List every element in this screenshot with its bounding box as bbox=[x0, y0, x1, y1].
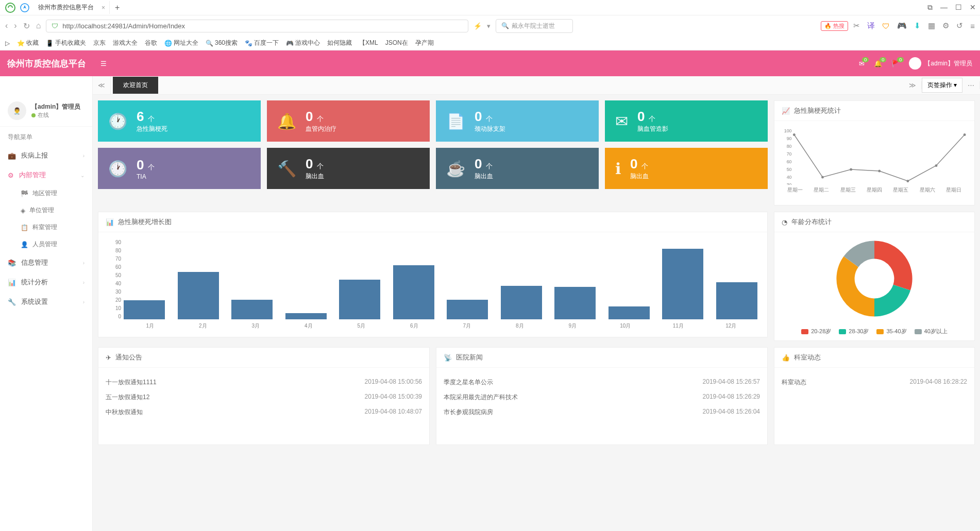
item-title: 市长参观我院病房 bbox=[444, 408, 493, 417]
bookmark-item[interactable]: 如何隐藏 bbox=[327, 39, 352, 47]
bookmark-item[interactable]: 🎮 游戏中心 bbox=[286, 39, 320, 47]
window-maximize-icon[interactable]: ☐ bbox=[955, 3, 962, 12]
svg-point-12 bbox=[850, 168, 852, 171]
user-menu[interactable]: 【admin】管理员 bbox=[909, 57, 972, 70]
item-time: 2019-04-08 16:28:22 bbox=[910, 378, 967, 387]
sidebar-sub-dept[interactable]: 📋科室管理 bbox=[0, 219, 92, 236]
chart-legend: 20-28岁28-30岁35-40岁40岁以上 bbox=[801, 328, 948, 335]
window-close-icon[interactable]: ✕ bbox=[970, 3, 976, 12]
window-minimize-icon[interactable]: — bbox=[940, 3, 948, 12]
nav-back-icon[interactable]: ‹ bbox=[5, 21, 8, 31]
tab-ops-button[interactable]: 页签操作 ▾ bbox=[922, 78, 962, 93]
user-icon: 👤 bbox=[21, 241, 28, 248]
clock-icon: 🕐 bbox=[108, 160, 127, 178]
bookmark-item[interactable]: 🐾 百度一下 bbox=[245, 39, 279, 47]
bookmark-item[interactable]: 孕产期 bbox=[415, 39, 434, 47]
close-icon[interactable]: × bbox=[102, 4, 105, 11]
stat-number: 0 个 bbox=[137, 157, 155, 173]
nav-home-icon[interactable]: ⌂ bbox=[36, 21, 41, 31]
chevron-down-icon[interactable]: ▾ bbox=[487, 22, 491, 30]
chart-bar bbox=[231, 300, 273, 319]
stat-number: 0 个 bbox=[306, 156, 324, 172]
list-item[interactable]: 市长参观我院病房2019-04-08 15:26:04 bbox=[444, 405, 760, 420]
flag-icon[interactable]: 🚩0 bbox=[891, 60, 900, 67]
security-icon[interactable]: 🛡 bbox=[882, 22, 890, 30]
panel-title: 科室动态 bbox=[794, 353, 821, 362]
tab-more-icon[interactable]: ⋯ bbox=[962, 81, 980, 89]
chart-icon: 📊 bbox=[8, 279, 16, 286]
bookmark-item[interactable]: 【XML bbox=[359, 39, 378, 47]
svg-point-0 bbox=[6, 3, 15, 12]
location-icon[interactable] bbox=[19, 2, 31, 14]
tab-next-icon[interactable]: ≫ bbox=[904, 81, 922, 89]
bell-icon[interactable]: 🔔0 bbox=[874, 60, 882, 67]
chart-bar bbox=[124, 300, 165, 319]
chart-bar bbox=[609, 306, 650, 319]
scissors-icon[interactable]: ✂ bbox=[853, 21, 860, 30]
bookmark-item[interactable]: 📱 手机收藏夹 bbox=[46, 39, 86, 47]
bookmark-item[interactable]: ⭐ 收藏 bbox=[17, 39, 39, 47]
sidebar-item-settings[interactable]: 🔧 系统设置 › bbox=[0, 292, 92, 312]
sidebar-item-stats[interactable]: 📊 统计分析 › bbox=[0, 272, 92, 292]
new-tab-button[interactable]: + bbox=[110, 3, 125, 12]
sidebar-item-disease[interactable]: 💼 疾病上报 › bbox=[0, 146, 92, 165]
refresh-icon[interactable]: ↺ bbox=[956, 21, 963, 30]
nav-reload-icon[interactable]: ↻ bbox=[23, 21, 30, 31]
list-item[interactable]: 科室动态2019-04-08 16:28:22 bbox=[782, 375, 967, 390]
stat-box[interactable]: 🔨 0 个 脑出血 bbox=[267, 148, 430, 189]
grid-icon[interactable]: ▦ bbox=[928, 21, 935, 30]
menu-icon[interactable]: ≡ bbox=[970, 22, 975, 30]
stat-box[interactable]: ☕ 0 个 脑出血 bbox=[436, 148, 599, 189]
message-icon[interactable]: ✉0 bbox=[859, 60, 865, 67]
sidebar-sub-person[interactable]: 👤人员管理 bbox=[0, 236, 92, 253]
sidebar-item-internal[interactable]: ⚙ 内部管理 ⌄ bbox=[0, 165, 92, 185]
bookmark-menu-icon[interactable]: ▷ bbox=[5, 40, 10, 47]
sidebar-item-info[interactable]: 📚 信息管理 › bbox=[0, 253, 92, 272]
list-item[interactable]: 季度之星名单公示2019-04-08 15:26:57 bbox=[444, 375, 760, 390]
hot-tag[interactable]: 🔥 热搜 bbox=[821, 21, 848, 31]
stat-label: 脑出血 bbox=[306, 172, 324, 181]
svg-point-14 bbox=[906, 180, 909, 182]
translate-icon[interactable]: 译 bbox=[867, 21, 875, 31]
search-input[interactable]: 🔍 戴永年院士逝世 bbox=[496, 19, 573, 33]
list-item[interactable]: 本院采用最先进的产科技术2019-04-08 15:26:29 bbox=[444, 390, 760, 405]
hamburger-icon[interactable]: ☰ bbox=[93, 60, 114, 67]
stat-box[interactable]: ℹ 0 个 脑出血 bbox=[605, 148, 768, 189]
chevron-right-icon: › bbox=[83, 153, 85, 159]
sidebar-sub-unit[interactable]: ◈单位管理 bbox=[0, 202, 92, 219]
tab-home[interactable]: 欢迎首页 bbox=[113, 77, 158, 94]
window-restore-icon[interactable]: ⧉ bbox=[927, 3, 933, 12]
gear-icon[interactable]: ⚙ bbox=[942, 21, 949, 30]
chart-bar bbox=[339, 280, 380, 319]
svg-text:100: 100 bbox=[784, 128, 792, 133]
address-bar[interactable]: 🛡 http://localhost:24981/Admin/Home/Inde… bbox=[46, 20, 468, 32]
list-item[interactable]: 五一放假通知122019-04-08 15:00:39 bbox=[106, 390, 422, 405]
list-item[interactable]: 十一放假通知11112019-04-08 15:00:56 bbox=[106, 375, 422, 390]
cup-icon: ☕ bbox=[446, 160, 465, 178]
nav-forward-icon[interactable]: › bbox=[14, 21, 16, 31]
download-icon[interactable]: ⬇ bbox=[914, 21, 921, 30]
stat-box[interactable]: 📄 0 个 颈动脉支架 bbox=[436, 100, 599, 142]
tab-prev-icon[interactable]: ≪ bbox=[93, 76, 111, 94]
bookmark-item[interactable]: JSON在 bbox=[385, 39, 408, 47]
game-icon[interactable]: 🎮 bbox=[897, 21, 907, 30]
sidebar-sub-region[interactable]: 🏁地区管理 bbox=[0, 185, 92, 202]
stat-box[interactable]: 🕐 6 个 急性脑梗死 bbox=[98, 100, 261, 142]
legend-item: 35-40岁 bbox=[876, 328, 906, 335]
lightning-icon[interactable]: ⚡ bbox=[474, 22, 482, 30]
stat-box[interactable]: ✉ 0 个 脑血管造影 bbox=[605, 100, 768, 142]
info-icon: 📚 bbox=[8, 259, 16, 267]
bookmark-item[interactable]: 游戏大全 bbox=[113, 39, 138, 47]
stat-box[interactable]: 🔔 0 个 血管内治疗 bbox=[267, 100, 430, 142]
item-time: 2019-04-08 15:26:29 bbox=[703, 393, 760, 402]
stat-box[interactable]: 🕐 0 个 TIA bbox=[98, 148, 261, 189]
bookmark-item[interactable]: 京东 bbox=[93, 39, 106, 47]
chart-bar bbox=[393, 265, 434, 319]
bookmark-item[interactable]: 谷歌 bbox=[145, 39, 157, 47]
list-item[interactable]: 中秋放假通知2019-04-08 10:48:07 bbox=[106, 405, 422, 420]
app-header: 徐州市质控信息平台 ☰ ✉0 🔔0 🚩0 【admin】管理员 bbox=[0, 50, 980, 76]
bookmark-item[interactable]: 🔍 360搜索 bbox=[206, 39, 238, 47]
browser-tab[interactable]: 徐州市质控信息平台 × bbox=[33, 1, 110, 14]
avatar bbox=[909, 57, 921, 70]
bookmark-item[interactable]: 🌐 网址大全 bbox=[164, 39, 198, 47]
